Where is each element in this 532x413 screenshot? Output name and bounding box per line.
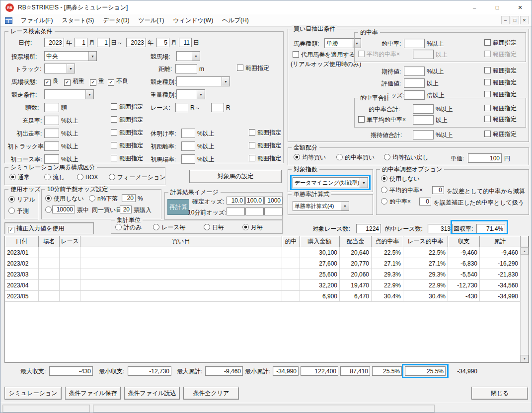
date-to-year-input[interactable]: 2023: [126, 38, 146, 47]
table-header-8[interactable]: レース的中率: [403, 236, 448, 247]
load-condition-file-button[interactable]: 条件ファイル読込: [124, 387, 180, 400]
baba-omo-checkbox[interactable]: 重: [90, 77, 104, 86]
sufficiency-range-checkbox[interactable]: 範囲指定: [111, 116, 143, 124]
minimize-button[interactable]: –: [463, 0, 486, 14]
rest-rate-range-checkbox[interactable]: 範囲指定: [249, 129, 281, 137]
menu-window[interactable]: ウィンドウ(W): [168, 15, 218, 26]
pre10-votes-input[interactable]: 10000: [52, 206, 75, 213]
table-row[interactable]: 2023/0130,10020,64022.5%22.5%-9,460-9,46…: [5, 247, 529, 258]
menu-tools[interactable]: ツール(T): [134, 15, 169, 26]
adjust-none-radio[interactable]: 使用しない: [381, 175, 420, 183]
structure-box-radio[interactable]: BOX: [77, 174, 98, 181]
table-row[interactable]: 2023/0227,60020,77027.1%27.1%-6,830-16,2…: [5, 258, 529, 269]
table-header-7[interactable]: 点的中率: [372, 236, 403, 247]
maximize-button[interactable]: □: [486, 0, 509, 14]
save-condition-file-button[interactable]: 条件ファイル保存: [65, 387, 121, 400]
mdi-restore-button[interactable]: □: [511, 16, 519, 24]
track-select[interactable]: ▼: [44, 64, 75, 73]
rest-rate-input[interactable]: [181, 129, 195, 138]
race-no-to-input[interactable]: [211, 103, 224, 112]
sufficiency-input[interactable]: [44, 116, 59, 125]
scroll-up-icon[interactable]: ▲: [521, 247, 529, 255]
table-row[interactable]: 2023/0325,60020,06029.3%29.3%-5,540-21,8…: [5, 269, 529, 280]
alloc-hit-rate-buy-radio[interactable]: 的中率買い: [336, 154, 375, 161]
table-header-5[interactable]: 購入金額: [300, 236, 340, 247]
pre10-none-radio[interactable]: 使用しない: [45, 195, 84, 203]
menu-help[interactable]: ヘルプ(H): [218, 15, 253, 26]
table-scrollbar[interactable]: ▲ ▼: [520, 247, 529, 362]
adjust-avg-input[interactable]: 0: [432, 186, 444, 194]
eval-range-checkbox[interactable]: 範囲指定: [484, 79, 517, 86]
first-course-range-checkbox[interactable]: 範囲指定: [111, 155, 143, 162]
date-from-day-input[interactable]: 1: [97, 38, 110, 47]
expected-total-input[interactable]: [413, 130, 434, 139]
distance-range-checkbox[interactable]: 範囲指定: [237, 65, 269, 72]
first-baba-range-checkbox[interactable]: 範囲指定: [249, 155, 281, 162]
avg-hit-rate-checkbox[interactable]: 平均的中率×: [358, 51, 400, 58]
first-distance-range-checkbox[interactable]: 範囲指定: [249, 142, 281, 149]
odds-range-checkbox[interactable]: 範囲指定: [484, 91, 517, 98]
eval-value-input[interactable]: [404, 78, 425, 88]
voting-place-select[interactable]: 中央▼: [44, 51, 97, 61]
avg-hit-total-range-checkbox[interactable]: 範囲指定: [484, 116, 517, 123]
adjust-rate-radio[interactable]: 的中率×: [381, 198, 411, 206]
structure-normal-radio[interactable]: 通常: [9, 174, 30, 181]
baba-ryo-checkbox[interactable]: 良: [44, 77, 59, 86]
mdi-close-button[interactable]: ✕: [520, 16, 529, 24]
heads-input[interactable]: [44, 103, 59, 112]
agg-per-day-radio[interactable]: 日毎: [204, 224, 224, 231]
agg-per-race-radio[interactable]: レース毎: [153, 224, 186, 231]
scrollbar-track[interactable]: [521, 255, 529, 355]
scroll-down-icon[interactable]: ▼: [521, 355, 529, 362]
race-kind-select[interactable]: ▼: [176, 76, 230, 86]
date-from-year-input[interactable]: 2023: [44, 38, 64, 47]
structure-nagashi-radio[interactable]: 流し: [44, 174, 65, 181]
hit-rate-range-checkbox[interactable]: 範囲指定: [484, 39, 517, 47]
first-distance-input[interactable]: [181, 141, 195, 151]
date-to-month-input[interactable]: 5: [156, 38, 169, 47]
first-run-range-checkbox[interactable]: 範囲指定: [111, 129, 143, 137]
recalculate-button[interactable]: 再計算: [167, 199, 189, 215]
avg-hit-total-checkbox[interactable]: 単平均的中率×: [358, 116, 406, 124]
first-run-input[interactable]: [44, 129, 59, 138]
hit-total-range-checkbox[interactable]: 範囲指定: [484, 105, 517, 112]
substitute-ticket-checkbox[interactable]: 代用馬券を適用する: [293, 51, 355, 59]
first-baba-input[interactable]: [181, 154, 195, 164]
close-dialog-button[interactable]: 閉じる: [471, 387, 528, 400]
table-header-2[interactable]: レース: [60, 236, 80, 247]
adjust-rate-input[interactable]: 0: [419, 198, 431, 206]
date-from-month-input[interactable]: 1: [75, 38, 87, 47]
unit-price-input[interactable]: 100: [468, 153, 502, 163]
target-index-select[interactable]: データマイニング(対戦型)▼: [293, 177, 368, 188]
correction-input-checkbox[interactable]: 補正入力値を使用: [8, 225, 64, 233]
table-row[interactable]: 2023/056,9006,47030.4%30.4%-430-34,990: [5, 291, 529, 302]
menu-file[interactable]: ファイル(F): [16, 15, 57, 26]
expected-value-input[interactable]: [404, 67, 425, 76]
distance-input[interactable]: [175, 64, 197, 73]
first-course-input[interactable]: [44, 154, 59, 164]
table-header-9[interactable]: 収支: [448, 236, 480, 247]
baba-yayaomo-checkbox[interactable]: 稍重: [64, 77, 84, 86]
table-header-1[interactable]: 場名: [39, 236, 60, 247]
race-no-from-input[interactable]: [175, 103, 188, 112]
pre10-buy-input[interactable]: 20: [120, 206, 132, 213]
table-header-6[interactable]: 配当金: [340, 236, 372, 247]
first-track-range-checkbox[interactable]: 範囲指定: [111, 142, 143, 149]
structure-formation-radio[interactable]: フォーメーション: [109, 174, 166, 181]
expected-total-range-checkbox[interactable]: 範囲指定: [484, 131, 517, 138]
race-condition-select[interactable]: ▼: [44, 89, 94, 99]
target-horse-settings-button[interactable]: 対象馬の設定: [189, 170, 282, 183]
menu-data[interactable]: データ(D): [98, 15, 134, 26]
clear-all-conditions-button[interactable]: 条件全クリア: [183, 387, 239, 400]
agg-per-month-radio[interactable]: 月毎: [242, 224, 263, 231]
baba-furyo-checkbox[interactable]: 不良: [108, 77, 128, 86]
hit-rate-input[interactable]: [404, 39, 425, 48]
table-header-10[interactable]: 累計: [480, 236, 521, 247]
odds-predict-radio[interactable]: 予測: [8, 207, 29, 215]
close-button[interactable]: ✕: [509, 0, 532, 14]
menu-start[interactable]: スタート(S): [57, 15, 98, 26]
course-select[interactable]: ▼: [176, 51, 200, 61]
heads-range-checkbox[interactable]: 範囲指定: [111, 103, 143, 111]
table-header-0[interactable]: 日付: [5, 236, 39, 247]
pre10-drop-input[interactable]: 20: [122, 194, 136, 202]
